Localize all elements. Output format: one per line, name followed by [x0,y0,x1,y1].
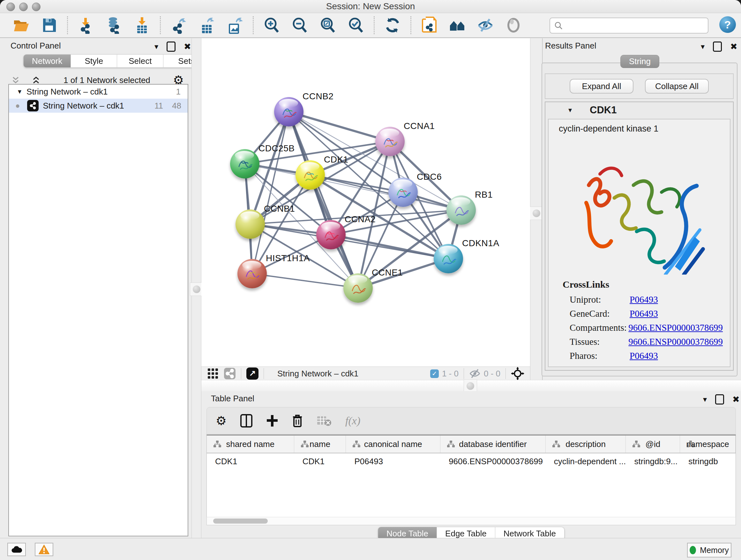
hide-selected-icon[interactable] [476,16,494,34]
horizontal-splitter-handle[interactable] [464,379,477,393]
network-edges [201,38,530,367]
search-input[interactable] [563,21,708,30]
collapse-all-icon[interactable] [11,75,20,85]
right-splitter-handle[interactable] [530,206,543,220]
collapse-panel-icon[interactable]: ▾ [154,42,158,51]
tab-string[interactable]: String [620,55,659,68]
float-panel-icon[interactable] [715,394,724,405]
close-panel-icon[interactable]: ✖ [184,42,191,52]
gene-section-header[interactable]: ▾ CDK1 [545,102,733,118]
table-cell[interactable]: P06493 [346,456,441,466]
show-all-icon[interactable] [504,16,522,34]
gene-description: cyclin-dependent kinase 1 [559,124,730,134]
expand-all-icon[interactable] [31,75,41,85]
close-panel-icon[interactable]: ✖ [732,394,740,405]
network-canvas[interactable]: CCNB2CCNA1CDC25BCDK1CDC6RB1CCNB1CCNA2CDK… [201,38,530,367]
table-col-id[interactable]: @id [626,435,680,453]
crosslink-link[interactable]: P06493 [630,308,658,319]
table-cell[interactable]: stringdb [680,456,736,466]
node-CCNB2[interactable] [274,97,304,126]
first-neighbors-icon[interactable] [448,16,466,34]
node-CCNA1[interactable] [375,127,405,156]
tab-style[interactable]: Style [71,54,117,68]
export-table-icon[interactable] [198,16,216,34]
node-CDC25B[interactable] [230,149,259,179]
horizontal-splitter[interactable] [201,380,741,392]
section-expand-icon[interactable]: ▾ [568,106,572,114]
crosslink-link[interactable]: P06493 [630,351,658,361]
open-session-icon[interactable] [12,16,30,34]
cloud-button[interactable] [7,543,26,556]
delete-column-icon[interactable] [292,414,303,428]
collapse-panel-icon[interactable]: ▾ [701,42,704,51]
grid-view-icon[interactable] [207,368,219,379]
float-panel-icon[interactable] [713,42,722,52]
import-network-file-icon[interactable] [77,16,95,34]
table-col-namespace[interactable]: namespace [680,435,736,453]
show-columns-icon[interactable] [240,414,253,428]
table-col-canonical-name[interactable]: canonical name [346,435,441,453]
network-collection-row[interactable]: ▾ String Network – cdk1 1 [9,84,188,99]
table-col-database-identifier[interactable]: database identifier [441,435,546,453]
zoom-out-icon[interactable] [291,16,309,34]
node-CDC6[interactable] [388,178,418,207]
tab-network[interactable]: Network [23,54,71,68]
edge-CCNB2-HIST1H1A[interactable] [252,112,289,273]
edge-CCNA2-CDKN1A[interactable] [331,235,448,259]
delete-table-icon[interactable] [317,415,332,427]
right-splitter[interactable] [530,38,543,380]
selected-nodes-checkbox-icon[interactable]: ✓ [430,369,439,378]
collapse-all-button[interactable]: Collapse All [645,79,709,94]
add-column-icon[interactable] [266,415,278,427]
table-options-gear-icon[interactable]: ⚙ [216,415,226,427]
table-col-name[interactable]: name [294,435,346,453]
edge-HIST1H1A-CCNE1[interactable] [252,273,358,288]
table-cell[interactable]: CDK1 [294,456,346,466]
float-panel-icon[interactable] [166,42,176,52]
node-CCNB1[interactable] [235,209,265,239]
table-cell[interactable]: cyclin-dependent ... [546,456,626,466]
table-cell[interactable]: CDK1 [207,456,294,466]
node-CCNE1[interactable] [343,273,373,303]
table-col-description[interactable]: description [546,435,626,453]
crosslink-link[interactable]: 9606.ENSP00000378699 [628,336,723,347]
node-CDK1[interactable] [295,160,325,190]
collapse-panel-icon[interactable]: ▾ [703,395,707,404]
export-network-icon[interactable] [170,16,188,34]
node-RB1[interactable] [447,195,476,225]
zoom-in-icon[interactable] [263,16,280,34]
new-network-from-selection-icon[interactable] [420,16,438,34]
import-network-database-icon[interactable] [105,16,123,34]
table-col-shared-name[interactable]: shared name [207,435,294,453]
node-CDKN1A[interactable] [434,244,463,273]
import-table-file-icon[interactable] [133,16,151,34]
warnings-button[interactable] [35,543,53,556]
table-cell[interactable]: stringdb:9... [626,456,680,466]
table-cell[interactable]: 9606.ENSP00000378699 [441,456,546,466]
node-HIST1H1A[interactable] [238,259,267,288]
edge-CCNB2-CCNA1[interactable] [289,112,390,141]
left-splitter[interactable] [192,38,201,538]
memory-button[interactable]: Memory [687,543,731,557]
help-icon[interactable]: ? [719,16,736,33]
open-view-icon[interactable]: ↗ [246,368,259,380]
node-CCNA2[interactable] [316,220,346,249]
hidden-eye-icon[interactable] [469,369,481,378]
export-image-icon[interactable] [226,16,244,34]
crosslink-link[interactable]: P06493 [630,294,658,305]
zoom-fit-icon[interactable] [319,16,337,34]
tree-expand-icon[interactable]: ▾ [18,87,21,96]
table-row[interactable]: CDK1CDK1P064939606.ENSP00000378699cyclin… [207,453,736,469]
network-view-share-icon[interactable] [224,368,236,380]
crosslink-link[interactable]: 9606.ENSP00000378699 [628,322,723,333]
network-row[interactable]: ● String Network – cdk1 11 48 [9,99,188,113]
toolbar-separator [506,368,506,379]
refresh-view-icon[interactable] [384,16,401,34]
zoom-selected-icon[interactable] [347,16,365,34]
tab-select[interactable]: Select [117,54,163,68]
expand-all-button[interactable]: Expand All [569,79,633,94]
birdseye-crosshair-icon[interactable] [511,367,524,380]
function-builder-icon[interactable]: f(x) [345,415,360,427]
close-panel-icon[interactable]: ✖ [730,42,738,52]
save-session-icon[interactable] [40,16,58,34]
